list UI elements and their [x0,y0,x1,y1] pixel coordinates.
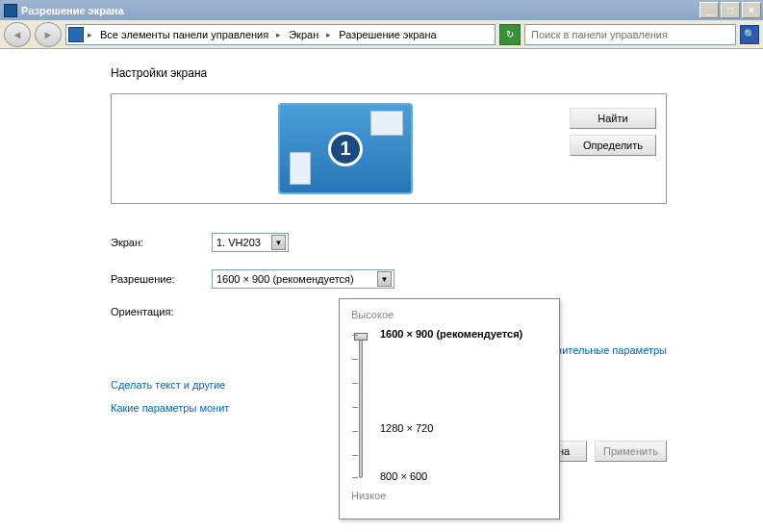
chevron-icon: ▸ [274,30,283,39]
monitor-preview[interactable]: 1 [278,103,413,194]
apply-button[interactable]: Применить [595,441,667,462]
resolution-option: 800 × 600 [380,470,427,482]
refresh-button[interactable]: ↻ [499,24,521,45]
resolution-value: 1600 × 900 (рекомендуется) [216,273,377,285]
chevron-icon: ▸ [86,30,94,39]
identify-button[interactable]: Определить [570,135,656,156]
breadcrumb-part[interactable]: Все элементы панели управления [96,27,272,42]
close-button[interactable]: × [742,2,761,18]
titlebar: Разрешение экрана _ □ × [0,0,763,20]
resolution-option-current: 1600 × 900 (рекомендуется) [380,328,522,340]
resolution-option: 1280 × 720 [380,422,433,434]
maximize-button[interactable]: □ [721,2,740,18]
dropdown-arrow-icon: ▼ [377,271,392,287]
location-icon [68,27,84,42]
chevron-icon: ▸ [324,30,333,39]
breadcrumb-part[interactable]: Разрешение экрана [335,27,440,42]
back-button[interactable]: ◄ [4,22,31,47]
monitor-number: 1 [328,132,363,166]
resolution-select[interactable]: 1600 × 900 (рекомендуется) ▼ [212,269,394,289]
search-box [524,24,736,45]
page-title: Настройки экрана [111,66,667,80]
search-input[interactable] [527,29,733,40]
navbar: ◄ ► ▸ Все элементы панели управления ▸ Э… [0,20,763,49]
screen-value: 1. VH203 [216,237,271,248]
app-icon [4,4,17,17]
display-preview: 1 Найти Определить [111,93,667,204]
minimize-button[interactable]: _ [699,2,719,18]
search-button[interactable]: 🔍 [740,25,759,44]
preview-window-icon [290,152,311,185]
find-button[interactable]: Найти [570,108,656,129]
breadcrumb-part[interactable]: Экран [285,27,322,42]
resolution-slider[interactable] [359,334,363,478]
orientation-label: Ориентация: [111,306,212,317]
screen-select[interactable]: 1. VH203 ▼ [212,233,289,252]
resolution-label: Разрешение: [111,273,212,285]
slider-low-label: Низкое [351,490,547,501]
slider-high-label: Высокое [351,309,547,320]
forward-button[interactable]: ► [35,22,62,47]
preview-window-icon [370,111,403,136]
window-title: Разрешение экрана [21,5,699,16]
dropdown-arrow-icon: ▼ [271,235,286,250]
resolution-slider-popup: Высокое 1600 × 900 (рекомендуется) 1280 … [339,298,560,519]
screen-label: Экран: [111,237,212,248]
breadcrumb[interactable]: ▸ Все элементы панели управления ▸ Экран… [65,24,496,45]
